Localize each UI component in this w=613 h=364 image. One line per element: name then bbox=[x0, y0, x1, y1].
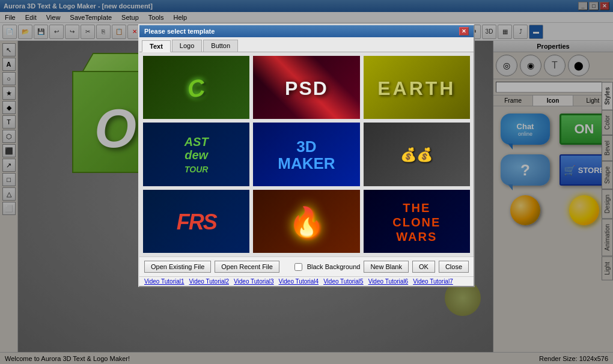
video-link-6[interactable]: Video Tutorial6 bbox=[368, 278, 409, 285]
template-2[interactable]: PSD bbox=[252, 55, 361, 120]
template-8[interactable]: 🔥 bbox=[252, 189, 361, 254]
template-5-preview: 3DMAKER bbox=[253, 123, 359, 187]
close-modal-button[interactable]: Close bbox=[439, 261, 469, 273]
video-link-5[interactable]: Video Tutorial5 bbox=[323, 278, 364, 285]
open-existing-button[interactable]: Open Existing File bbox=[144, 261, 211, 273]
template-8-preview: 🔥 bbox=[253, 190, 359, 254]
modal-overlay: Please select template ✕ Text Logo Butto… bbox=[0, 0, 613, 364]
modal-close-button[interactable]: ✕ bbox=[459, 27, 469, 35]
template-1-preview: C bbox=[143, 56, 249, 120]
modal-title: Please select template bbox=[144, 28, 215, 35]
template-modal: Please select template ✕ Text Logo Butto… bbox=[138, 24, 475, 287]
modal-titlebar: Please select template ✕ bbox=[139, 25, 474, 37]
template-grid: C PSD EARTH ASTdewTOUR 3DMAKER bbox=[139, 52, 474, 256]
template-1[interactable]: C bbox=[142, 55, 251, 120]
black-bg-label: Black Background bbox=[307, 263, 361, 270]
modal-tab-logo[interactable]: Logo bbox=[172, 40, 202, 52]
modal-tab-text[interactable]: Text bbox=[142, 40, 171, 52]
video-link-3[interactable]: Video Tutorial3 bbox=[234, 278, 274, 285]
template-7-preview: FRS bbox=[143, 190, 249, 254]
open-recent-button[interactable]: Open Recent File bbox=[215, 261, 279, 273]
template-5[interactable]: 3DMAKER bbox=[252, 121, 361, 187]
template-4-preview: ASTdewTOUR bbox=[143, 123, 249, 187]
video-link-7[interactable]: Video Tutorial7 bbox=[413, 278, 453, 285]
template-6-preview: 💰💰 bbox=[364, 123, 470, 187]
video-link-2[interactable]: Video Tutorial2 bbox=[189, 278, 230, 285]
video-link-1[interactable]: Video Tutorial1 bbox=[144, 278, 185, 285]
template-3-preview: EARTH bbox=[364, 56, 470, 120]
template-9[interactable]: THECLONEWARS bbox=[362, 189, 471, 254]
template-4[interactable]: ASTdewTOUR bbox=[142, 121, 251, 187]
template-9-preview: THECLONEWARS bbox=[364, 190, 470, 254]
template-3[interactable]: EARTH bbox=[362, 55, 471, 120]
video-links-row: Video Tutorial1 Video Tutorial2 Video Tu… bbox=[139, 276, 474, 286]
modal-tab-button[interactable]: Button bbox=[203, 40, 238, 52]
modal-tabs: Text Logo Button bbox=[139, 37, 474, 52]
modal-footer: Open Existing File Open Recent File Blac… bbox=[139, 256, 474, 276]
black-bg-checkbox[interactable] bbox=[294, 263, 302, 271]
video-link-4[interactable]: Video Tutorial4 bbox=[279, 278, 319, 285]
ok-button[interactable]: OK bbox=[412, 261, 435, 273]
template-2-preview: PSD bbox=[253, 56, 359, 120]
template-6[interactable]: 💰💰 bbox=[362, 121, 471, 187]
template-7[interactable]: FRS bbox=[142, 189, 251, 254]
new-blank-button[interactable]: New Blank bbox=[364, 261, 409, 273]
